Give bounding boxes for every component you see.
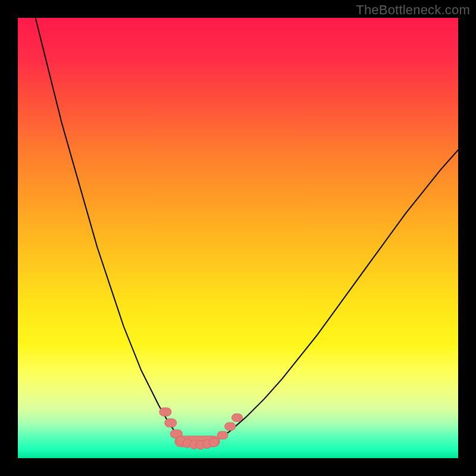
marker-left-1 (165, 419, 177, 427)
marker-valley-5 (209, 438, 218, 447)
plot-area (18, 18, 458, 458)
chart-frame: TheBottleneck.com (0, 0, 476, 476)
chart-background (18, 18, 458, 458)
chart-svg (18, 18, 458, 458)
marker-right-1 (225, 422, 236, 430)
marker-left-0 (159, 408, 171, 416)
watermark-text: TheBottleneck.com (356, 2, 470, 18)
marker-right-2 (232, 414, 243, 421)
